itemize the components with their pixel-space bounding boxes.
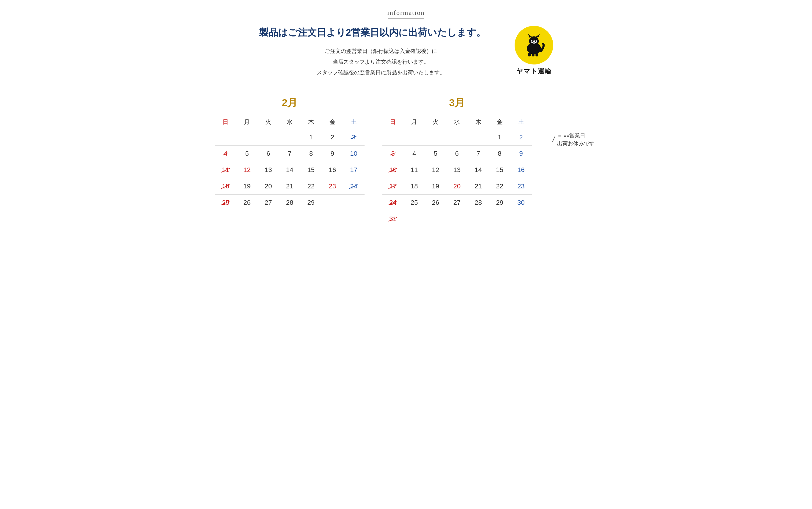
yamato-name: ヤマト運輸 (517, 67, 552, 76)
list-item: 10 (343, 145, 364, 162)
list-item: 8 (301, 145, 322, 162)
feb-head-sun: 日 (215, 115, 237, 129)
list-item: 1 (489, 129, 510, 145)
list-item: 24 (382, 194, 404, 211)
legend-equals: ＝ 非営業日 (557, 133, 585, 138)
striked-date: 24 (350, 182, 357, 190)
feb-head-mon: 月 (236, 115, 257, 129)
table-row: 10111213141516 (382, 162, 532, 178)
list-item: 4 (215, 145, 237, 162)
list-item: 13 (257, 162, 279, 178)
list-item: 7 (279, 145, 301, 162)
legend-item: / ＝ 非営業日 出荷お休みです (553, 132, 595, 148)
list-item: 21 (468, 178, 489, 194)
sub-line-1: ご注文の翌営業日（銀行振込は入金確認後）に (259, 46, 503, 57)
feb-head-fri: 金 (322, 115, 343, 129)
yamato-logo: ヤマト運輸 (515, 26, 553, 76)
svg-rect-9 (528, 53, 531, 57)
svg-rect-11 (535, 53, 538, 57)
feb-body: 1234567891011121314151617181920212223242… (215, 129, 364, 211)
list-item (236, 129, 257, 145)
list-item: 5 (425, 145, 446, 162)
feb-head-tue: 火 (257, 115, 279, 129)
striked-date: 3 (391, 150, 395, 158)
list-item: 16 (322, 162, 343, 178)
list-item: 24 (343, 178, 364, 194)
list-item: 20 (446, 178, 468, 194)
list-item (446, 211, 468, 227)
list-item: 12 (425, 162, 446, 178)
section-divider (215, 87, 597, 87)
list-item: 29 (489, 194, 510, 211)
list-item: 19 (236, 178, 257, 194)
svg-point-6 (531, 40, 533, 42)
table-row: 31 (382, 211, 532, 227)
list-item: 19 (425, 178, 446, 194)
feb-header-row: 日 月 火 水 木 金 土 (215, 115, 364, 129)
list-item: 21 (279, 178, 301, 194)
list-item: 6 (446, 145, 468, 162)
list-item: 4 (403, 145, 425, 162)
list-item (343, 194, 364, 211)
mar-head-thu: 木 (468, 115, 489, 129)
striked-date: 3 (352, 133, 355, 141)
feb-head-sat: 土 (343, 115, 364, 129)
striked-date: 10 (389, 166, 396, 174)
feb-head-wed: 水 (279, 115, 301, 129)
list-item (425, 129, 446, 145)
list-item: 25 (215, 194, 237, 211)
mar-head-sat: 土 (510, 115, 532, 129)
list-item: 27 (257, 194, 279, 211)
list-item (468, 211, 489, 227)
svg-point-7 (534, 40, 536, 42)
feb-title: 2月 (215, 96, 364, 110)
list-item: 11 (403, 162, 425, 178)
list-item: 28 (468, 194, 489, 211)
list-item: 12 (236, 162, 257, 178)
svg-marker-2 (528, 34, 532, 38)
list-item: 2 (322, 129, 343, 145)
list-item: 9 (510, 145, 532, 162)
header-underline (388, 19, 424, 19)
list-item (403, 129, 425, 145)
list-item: 20 (257, 178, 279, 194)
mar-head-wed: 水 (446, 115, 468, 129)
list-item: 2 (510, 129, 532, 145)
feb-table: 日 月 火 水 木 金 土 12345678910111213141516171… (215, 115, 364, 211)
list-item: 25 (403, 194, 425, 211)
list-item (322, 194, 343, 211)
legend-slash-icon: / (553, 135, 555, 144)
list-item: 17 (343, 162, 364, 178)
list-item: 22 (301, 178, 322, 194)
table-row: 11121314151617 (215, 162, 364, 178)
list-item (510, 211, 532, 227)
striked-date: 24 (389, 199, 396, 206)
list-item: 18 (403, 178, 425, 194)
svg-rect-10 (532, 53, 534, 57)
list-item: 14 (279, 162, 301, 178)
legend-equals-text: ＝ 非営業日 出荷お休みです (557, 132, 595, 148)
table-row: 45678910 (215, 145, 364, 162)
svg-point-8 (533, 42, 534, 44)
striked-date: 4 (224, 150, 227, 158)
mar-body: 1234567891011121314151617181920212223242… (382, 129, 532, 227)
feb-head-thu: 木 (301, 115, 322, 129)
sub-line-3: スタッフ確認後の翌営業日に製品を出荷いたします。 (259, 67, 503, 78)
mar-table: 日 月 火 水 木 金 土 12345678910111213141516171… (382, 115, 532, 227)
table-row: 12 (382, 129, 532, 145)
list-item (403, 211, 425, 227)
mar-head-sun: 日 (382, 115, 404, 129)
main-headline: 製品はご注文日より2営業日以内に出荷いたします。 (259, 26, 503, 39)
list-item: 18 (215, 178, 237, 194)
calendars-container: 2月 日 月 火 水 木 金 土 12345678910111213141516… (215, 96, 597, 227)
list-item (425, 211, 446, 227)
header-section: information (215, 9, 597, 19)
list-item: 9 (322, 145, 343, 162)
striked-date: 31 (389, 215, 396, 223)
list-item: 14 (468, 162, 489, 178)
list-item: 30 (510, 194, 532, 211)
list-item: 23 (322, 178, 343, 194)
calendar-march: 3月 日 月 火 水 木 金 土 12345678910111213141516… (382, 96, 532, 227)
list-item: 31 (382, 211, 404, 227)
list-item (446, 129, 468, 145)
